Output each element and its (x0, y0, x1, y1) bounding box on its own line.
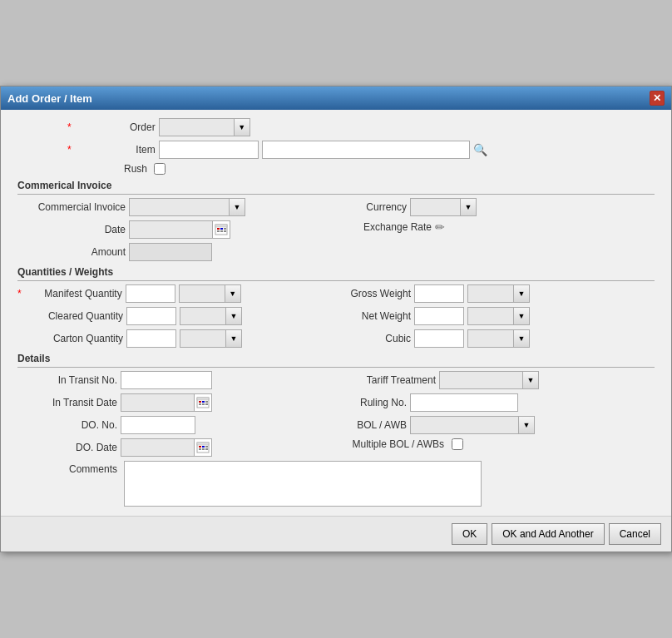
manifest-unit-dropdown[interactable]: ▼ (225, 284, 241, 303)
commercial-invoice-col: Commercial Invoice ▼ (17, 198, 324, 216)
carton-cubic-row: Carton Quantity ▼ Cubic ▼ (17, 329, 655, 348)
item-label: Item (77, 144, 156, 156)
manifest-unit-combo: ▼ (179, 284, 241, 303)
net-weight-unit-input[interactable] (467, 307, 513, 325)
bol-awb-combo: ▼ (410, 416, 535, 434)
ruling-no-col: Ruling No. (348, 393, 655, 412)
gross-weight-label: Gross Weight (340, 288, 411, 299)
svg-rect-7 (224, 230, 226, 232)
ok-button[interactable]: OK (452, 523, 487, 545)
do-date-multiple-bol-row: DO. Date (17, 438, 655, 457)
in-transit-no-input[interactable] (121, 371, 212, 389)
in-transit-date-input[interactable] (121, 393, 194, 412)
manifest-gross-row: * Manifest Quantity ▼ Gross Weight (17, 284, 655, 303)
carton-unit-input[interactable] (180, 329, 225, 348)
dialog-close-button[interactable]: ✕ (650, 91, 665, 106)
cleared-unit-input[interactable] (180, 307, 225, 325)
multiple-bol-label: Multiple BOL / AWBs (348, 438, 444, 450)
order-input[interactable] (159, 118, 234, 136)
commercial-invoice-dropdown[interactable]: ▼ (229, 198, 245, 216)
do-date-field (121, 438, 212, 457)
commercial-invoice-label: Commercial Invoice (17, 201, 126, 213)
cleared-net-row: Cleared Quantity ▼ Net Weight ▼ (17, 307, 655, 325)
do-date-input[interactable] (121, 438, 194, 457)
dialog-titlebar: Add Order / Item ✕ (1, 87, 671, 110)
cleared-qty-input[interactable] (126, 307, 176, 325)
net-weight-unit-dropdown[interactable]: ▼ (513, 307, 530, 325)
do-date-calendar-btn[interactable] (194, 438, 212, 457)
manifest-unit-input[interactable] (179, 284, 225, 303)
svg-rect-14 (202, 403, 205, 405)
manifest-qty-label: Manifest Quantity (27, 288, 122, 299)
dialog-title: Add Order / Item (7, 92, 92, 105)
tariff-treatment-label: Tariff Treatment (348, 374, 436, 386)
commercial-invoice-input[interactable] (129, 198, 229, 216)
amount-row: Amount (17, 243, 655, 261)
in-transit-calendar-icon (196, 397, 210, 408)
cubic-unit-input[interactable] (467, 329, 513, 348)
do-no-input[interactable] (121, 416, 195, 434)
currency-col: Currency ▼ (348, 198, 655, 216)
do-no-col: DO. No. (17, 416, 324, 434)
carton-qty-label: Carton Quantity (27, 333, 123, 344)
in-transit-date-calendar-btn[interactable] (194, 393, 212, 412)
svg-rect-21 (199, 448, 201, 450)
svg-rect-9 (197, 398, 209, 400)
tariff-treatment-input[interactable] (439, 371, 522, 389)
carton-qty-col: Carton Quantity ▼ (17, 329, 332, 348)
ok-add-another-button[interactable]: OK and Add Another (492, 523, 604, 545)
order-label: Order (77, 121, 156, 133)
exchange-rate-label: Exchange Rate (348, 221, 432, 233)
order-dropdown-btn[interactable]: ▼ (234, 118, 250, 136)
cubic-label: Cubic (340, 333, 411, 344)
transit-no-tariff-row: In Transit No. Tariff Treatment ▼ (17, 371, 655, 389)
currency-label: Currency (348, 201, 407, 213)
ruling-no-input[interactable] (410, 393, 518, 412)
order-required-star: * (67, 121, 72, 133)
svg-rect-23 (205, 448, 208, 450)
date-input[interactable] (129, 220, 212, 239)
exchange-rate-edit-icon[interactable]: ✏ (435, 220, 445, 234)
in-transit-date-col: In Transit Date (17, 393, 324, 412)
item-input[interactable] (159, 141, 259, 159)
rush-checkbox[interactable] (154, 163, 166, 175)
cleared-unit-dropdown[interactable]: ▼ (225, 307, 242, 325)
gross-weight-input[interactable] (414, 284, 464, 303)
in-transit-no-col: In Transit No. (17, 371, 324, 389)
net-weight-unit-combo: ▼ (467, 307, 530, 325)
comments-label: Comments (17, 461, 117, 475)
bol-awb-dropdown[interactable]: ▼ (518, 416, 535, 434)
item-search-button[interactable]: 🔍 (473, 143, 487, 156)
svg-rect-10 (199, 401, 201, 403)
gross-weight-unit-dropdown[interactable]: ▼ (513, 284, 530, 303)
item-input2[interactable] (262, 141, 470, 159)
cubic-unit-dropdown[interactable]: ▼ (513, 329, 530, 348)
add-order-item-dialog: Add Order / Item ✕ * Order ▼ * Item 🔍 (0, 86, 672, 552)
currency-input[interactable] (410, 198, 460, 216)
currency-dropdown[interactable]: ▼ (460, 198, 477, 216)
manifest-qty-input[interactable] (126, 284, 175, 303)
gross-weight-col: Gross Weight ▼ (340, 284, 655, 303)
tariff-treatment-dropdown[interactable]: ▼ (522, 371, 539, 389)
tariff-treatment-combo: ▼ (439, 371, 539, 389)
amount-input[interactable] (129, 243, 212, 261)
net-weight-input[interactable] (414, 307, 464, 325)
gross-weight-unit-input[interactable] (467, 284, 513, 303)
svg-rect-6 (220, 230, 223, 232)
exchange-rate-col: Exchange Rate ✏ (348, 220, 655, 234)
manifest-qty-col: * Manifest Quantity ▼ (17, 284, 332, 303)
do-date-label: DO. Date (17, 442, 117, 453)
cubic-input[interactable] (414, 329, 464, 348)
dialog-body: * Order ▼ * Item 🔍 Rush Comm (1, 110, 671, 516)
multiple-bol-checkbox[interactable] (452, 438, 463, 450)
svg-rect-5 (217, 230, 220, 232)
commercial-invoice-combo: ▼ (129, 198, 245, 216)
cancel-button[interactable]: Cancel (609, 523, 661, 545)
bol-awb-col: BOL / AWB ▼ (348, 416, 655, 434)
carton-qty-input[interactable] (126, 329, 176, 348)
comments-textarea[interactable] (124, 461, 482, 507)
order-row: * Order ▼ (67, 118, 655, 136)
bol-awb-input[interactable] (410, 416, 518, 434)
date-calendar-btn[interactable] (212, 220, 230, 239)
carton-unit-dropdown[interactable]: ▼ (225, 329, 242, 348)
